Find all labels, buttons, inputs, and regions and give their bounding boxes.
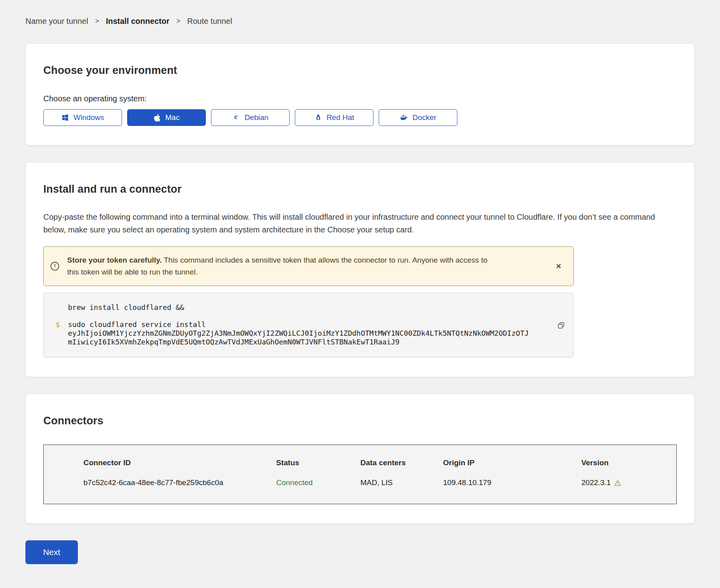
os-button-debian[interactable]: Debian: [211, 109, 290, 126]
version-value: 2022.3.1: [581, 478, 660, 487]
windows-logo-icon: [61, 114, 69, 122]
breadcrumb-separator: >: [176, 17, 180, 25]
next-button[interactable]: Next: [25, 540, 78, 564]
tunnel-token: eyJhIjoiOWM1YjczYzhmZGNmZDUyOTg2ZjA3NmJm…: [68, 329, 529, 346]
os-button-mac[interactable]: Mac: [127, 109, 206, 126]
service-install-command: sudo cloudflared service install eyJhIjo…: [68, 320, 529, 346]
warning-circle-icon: [50, 261, 60, 271]
choose-environment-card: Choose your environment Choose an operat…: [25, 43, 695, 145]
warning-message-bold: Store your token carefully.: [67, 256, 162, 264]
command-text: sudo cloudflared service install: [68, 320, 206, 329]
environment-card-title: Choose your environment: [43, 64, 677, 77]
tux-penguin-icon: [314, 114, 322, 122]
column-header-version: Version: [581, 458, 660, 467]
status-badge: Connected: [276, 478, 360, 487]
code-gutter: [56, 303, 68, 312]
code-line-service-install: $ sudo cloudflared service install eyJhI…: [56, 320, 550, 346]
breadcrumb-install-connector[interactable]: Install connector: [106, 17, 169, 26]
column-header-origin-ip: Origin IP: [443, 458, 581, 467]
os-button-label: Docker: [412, 113, 436, 122]
install-connector-title: Install and run a connector: [43, 183, 677, 195]
os-button-label: Mac: [165, 113, 180, 122]
column-header-data-centers: Data centers: [360, 458, 443, 467]
shell-prompt: $: [56, 320, 68, 346]
brew-install-command: brew install cloudflared &&: [68, 303, 184, 312]
code-line-brew: brew install cloudflared &&: [56, 303, 550, 312]
os-button-windows[interactable]: Windows: [43, 109, 122, 126]
os-label: Choose an operating system:: [43, 94, 677, 103]
install-connector-description: Copy-paste the following command into a …: [43, 211, 677, 236]
os-button-redhat[interactable]: Red Hat: [295, 109, 374, 126]
os-button-label: Red Hat: [327, 113, 354, 122]
breadcrumb-name-your-tunnel[interactable]: Name your tunnel: [25, 17, 88, 26]
copy-icon[interactable]: [557, 321, 565, 330]
column-header-connector-id: Connector ID: [83, 458, 276, 467]
docker-whale-icon: [400, 114, 408, 122]
connector-id-value: b7c52c42-6caa-48ee-8c77-fbe259cb6c0a: [83, 478, 276, 487]
apple-logo-icon: [153, 114, 161, 122]
version-number: 2022.3.1: [581, 478, 611, 487]
os-button-docker[interactable]: Docker: [379, 109, 457, 126]
breadcrumb-route-tunnel[interactable]: Route tunnel: [187, 17, 232, 26]
connectors-title: Connectors: [43, 415, 677, 427]
tunnel-setup-page: Name your tunnel > Install connector > R…: [0, 0, 720, 564]
warning-triangle-icon[interactable]: [614, 479, 621, 487]
connectors-table: Connector ID Status Data centers Origin …: [43, 445, 677, 504]
warning-message: Store your token carefully. This command…: [67, 254, 490, 278]
data-centers-value: MAD, LIS: [360, 478, 443, 487]
os-button-label: Debian: [244, 113, 268, 122]
os-button-row: Windows Mac Debian Red Hat: [43, 109, 677, 126]
origin-ip-value: 109.48.10.179: [443, 478, 581, 487]
breadcrumb: Name your tunnel > Install connector > R…: [25, 17, 695, 26]
connectors-card: Connectors Connector ID Status Data cent…: [25, 394, 695, 524]
column-header-status: Status: [276, 458, 360, 467]
install-command-codeblock: brew install cloudflared && $ sudo cloud…: [43, 293, 574, 358]
install-connector-card: Install and run a connector Copy-paste t…: [25, 162, 695, 377]
debian-swirl-icon: [232, 114, 240, 122]
breadcrumb-separator: >: [95, 17, 99, 25]
close-icon[interactable]: ✕: [554, 261, 563, 271]
os-button-label: Windows: [74, 113, 104, 122]
token-warning-banner: Store your token carefully. This command…: [43, 246, 574, 286]
